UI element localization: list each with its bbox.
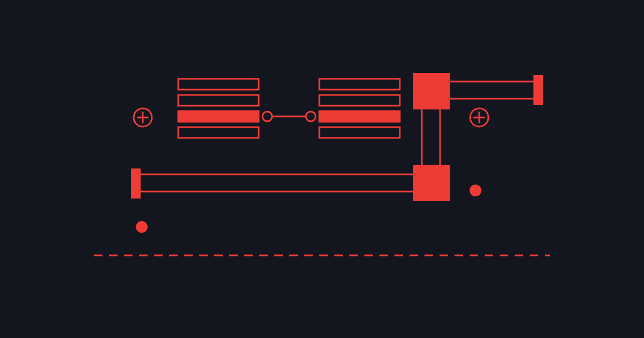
stack-connector-endpoint-left [262,112,272,121]
background [0,0,644,338]
diagram-svg [0,0,644,338]
dot-marker [136,221,148,233]
barbell-node-left [413,73,450,109]
barbell-endcap-right [533,75,543,105]
dot-marker [470,185,481,196]
row-slot-selected [178,111,259,122]
diagram-canvas [0,0,644,338]
stack-connector-endpoint-right [306,112,316,121]
barbell-endcap-left [131,168,141,199]
barbell-node-right [413,165,450,201]
row-slot-selected [319,111,400,122]
